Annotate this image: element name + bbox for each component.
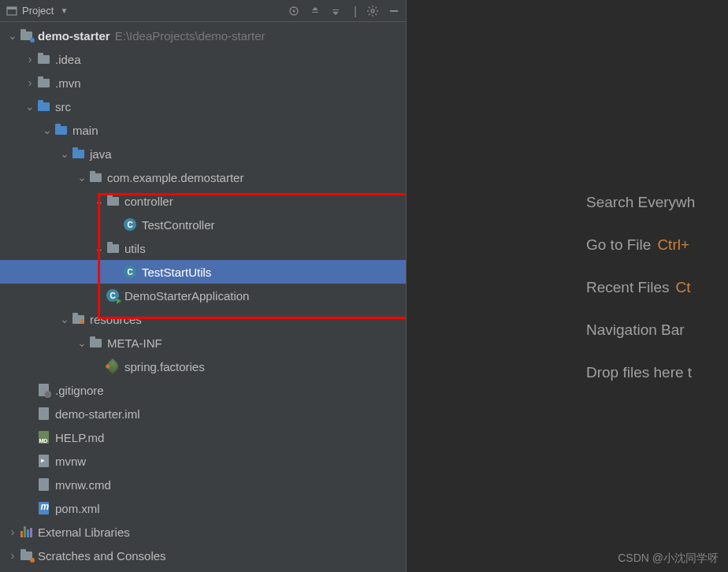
hint-text: Drop files here t bbox=[586, 364, 692, 381]
tree-node-label: demo-starter.iml bbox=[55, 407, 140, 421]
tree-node-java[interactable]: java bbox=[0, 142, 406, 165]
tree-node-meta-inf[interactable]: META-INF bbox=[0, 331, 406, 355]
tree-node-scratches-and-consoles[interactable]: Scratches and Consoles bbox=[0, 544, 406, 567]
hint-line: Go to FileCtrl+ bbox=[586, 224, 728, 266]
project-toolbar: Project ▼ | bbox=[0, 0, 406, 22]
settings-icon[interactable] bbox=[366, 5, 379, 17]
tree-node--mvn[interactable]: .mvn bbox=[0, 71, 406, 95]
file-sh-icon bbox=[36, 454, 50, 468]
svg-point-3 bbox=[293, 9, 295, 12]
project-toolbar-title[interactable]: Project bbox=[22, 5, 54, 17]
tree-arrow-icon[interactable] bbox=[6, 32, 19, 39]
target-icon[interactable] bbox=[288, 5, 300, 17]
project-view-icon bbox=[6, 6, 17, 17]
hint-line: Search Everywh bbox=[586, 181, 728, 224]
tree-node-resources[interactable]: resources bbox=[0, 307, 406, 331]
folder-orange-icon bbox=[19, 548, 33, 563]
hint-line: Recent FilesCt bbox=[586, 266, 728, 309]
tree-arrow-icon[interactable] bbox=[24, 102, 36, 110]
libs-icon bbox=[19, 525, 33, 539]
leaf-icon bbox=[106, 359, 120, 373]
watermark: CSDN @小沈同学呀 bbox=[618, 552, 719, 566]
tree-node--idea[interactable]: .idea bbox=[0, 47, 406, 71]
hint-shortcut: Ct bbox=[676, 279, 691, 295]
folder-pkg-icon bbox=[88, 170, 102, 184]
svg-rect-1 bbox=[7, 7, 17, 9]
tree-node-label: .gitignore bbox=[55, 384, 104, 397]
hint-text: Go to File bbox=[586, 236, 651, 253]
tree-arrow-icon[interactable] bbox=[6, 552, 19, 559]
tree-node-teststartutils[interactable]: CTestStartUtils bbox=[0, 260, 406, 284]
tree-node-external-libraries[interactable]: External Libraries bbox=[0, 520, 406, 544]
tree-node-label: src bbox=[55, 100, 71, 113]
tree-node-label: demo-starter bbox=[38, 29, 110, 43]
tree-arrow-icon[interactable] bbox=[58, 150, 71, 158]
tree-node-demo-starter-iml[interactable]: demo-starter.iml bbox=[0, 402, 406, 425]
tree-arrow-icon[interactable] bbox=[24, 79, 36, 87]
hint-line: Drop files here t bbox=[586, 351, 728, 394]
project-sidebar: Project ▼ | demo-starterE:\IdeaProjects\… bbox=[0, 0, 407, 572]
tree-node-help-md[interactable]: HELP.md bbox=[0, 425, 406, 449]
hint-text: Recent Files bbox=[586, 279, 670, 295]
tree-node-label: TestStartUtils bbox=[142, 266, 211, 279]
tree-node-label: META-INF bbox=[107, 336, 162, 350]
tree-node-mvnw[interactable]: mvnw bbox=[0, 449, 406, 473]
tree-node-label: .mvn bbox=[55, 76, 81, 90]
class-run-icon: C bbox=[106, 288, 120, 303]
tree-node-pom-xml[interactable]: pom.xml bbox=[0, 496, 406, 520]
project-tree[interactable]: demo-starterE:\IdeaProjects\demo-starter… bbox=[0, 22, 406, 572]
tree-node-label: com.example.demostarter bbox=[107, 171, 243, 184]
tree-node-label: main bbox=[72, 124, 98, 137]
toolbar-right: | bbox=[288, 5, 399, 17]
tree-arrow-icon[interactable] bbox=[76, 173, 88, 181]
tree-arrow-icon[interactable] bbox=[6, 528, 19, 536]
divider: | bbox=[354, 5, 357, 17]
hide-icon[interactable] bbox=[388, 6, 399, 17]
hint-shortcut: Ctrl+ bbox=[657, 236, 689, 253]
hint-text: Navigation Bar bbox=[586, 321, 685, 338]
class-icon: C bbox=[123, 217, 137, 232]
tree-node-path: E:\IdeaProjects\demo-starter bbox=[115, 29, 266, 43]
tree-arrow-icon[interactable] bbox=[58, 315, 71, 323]
folder-pkg-icon bbox=[106, 194, 120, 208]
folder-res-icon bbox=[71, 312, 85, 326]
tree-node-demostarterapplication[interactable]: CDemoStarterApplication bbox=[0, 284, 406, 307]
tree-node-label: .idea bbox=[55, 53, 81, 66]
tree-node-spring-factories[interactable]: spring.factories bbox=[0, 355, 406, 378]
tree-arrow-icon[interactable] bbox=[93, 244, 106, 252]
svg-point-4 bbox=[371, 9, 374, 13]
tree-arrow-icon[interactable] bbox=[24, 55, 36, 63]
expand-all-icon[interactable] bbox=[310, 6, 321, 17]
folder-blue-icon bbox=[54, 123, 68, 137]
tree-node-com-example-demostarter[interactable]: com.example.demostarter bbox=[0, 165, 406, 189]
tree-node-demo-starter[interactable]: demo-starterE:\IdeaProjects\demo-starter bbox=[0, 24, 406, 47]
tree-arrow-icon[interactable] bbox=[41, 126, 54, 134]
tree-node-label: pom.xml bbox=[55, 502, 100, 515]
folder-icon bbox=[88, 336, 102, 350]
hint-text: Search Everywh bbox=[586, 194, 695, 210]
tree-node-mvnw-cmd[interactable]: mvnw.cmd bbox=[0, 473, 406, 496]
folder-blue-icon bbox=[71, 147, 85, 161]
tree-node-label: resources bbox=[90, 313, 142, 326]
collapse-all-icon[interactable] bbox=[330, 6, 341, 17]
navigation-hints: Search EverywhGo to FileCtrl+Recent File… bbox=[586, 181, 728, 394]
tree-node-label: External Libraries bbox=[38, 526, 130, 539]
tree-node-testcontroller[interactable]: CTestController bbox=[0, 213, 406, 236]
tree-arrow-icon[interactable] bbox=[93, 197, 106, 205]
dropdown-arrow-icon[interactable]: ▼ bbox=[60, 6, 68, 15]
tree-node-main[interactable]: main bbox=[0, 118, 406, 142]
editor-placeholder: Search EverywhGo to FileCtrl+Recent File… bbox=[407, 0, 728, 572]
folder-blue-icon bbox=[36, 99, 50, 113]
file-icon bbox=[36, 477, 50, 492]
tree-node-controller[interactable]: controller bbox=[0, 189, 406, 213]
folder-pkg-icon bbox=[106, 241, 120, 255]
tree-node-label: controller bbox=[124, 195, 173, 208]
tree-node-label: Scratches and Consoles bbox=[38, 549, 166, 563]
tree-node-utils[interactable]: utils bbox=[0, 236, 406, 260]
tree-node-src[interactable]: src bbox=[0, 95, 406, 118]
file-icon bbox=[36, 407, 50, 421]
tree-node--gitignore[interactable]: .gitignore bbox=[0, 378, 406, 402]
folder-icon bbox=[36, 76, 50, 90]
tree-arrow-icon[interactable] bbox=[76, 339, 88, 347]
svg-rect-5 bbox=[390, 10, 398, 12]
